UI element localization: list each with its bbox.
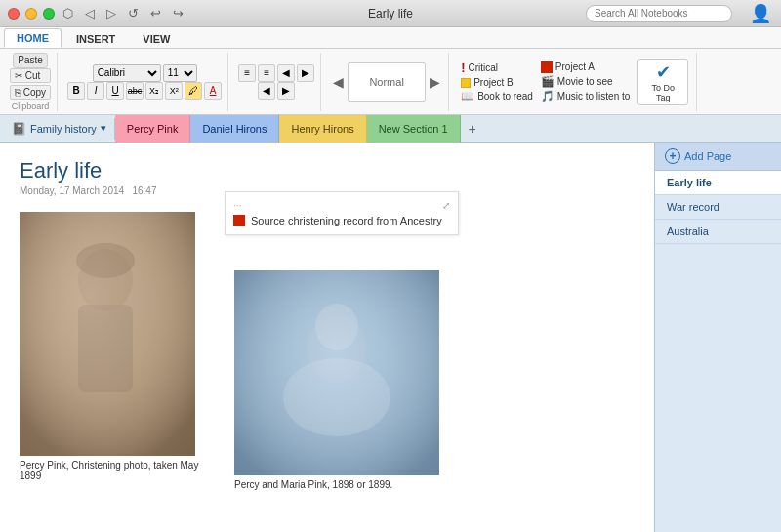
todo-label: To DoTag bbox=[652, 83, 676, 102]
book-label: Book to read bbox=[477, 91, 533, 102]
notebook-label: Family history bbox=[30, 123, 97, 135]
styles-group: ◀ Normal ▶ bbox=[325, 53, 449, 111]
note-expand-icon[interactable]: ··· bbox=[233, 200, 241, 211]
numbered-button[interactable]: ≡ bbox=[258, 64, 275, 82]
font-selects-row: Calibri 11 bbox=[93, 64, 197, 82]
svg-rect-1 bbox=[20, 212, 195, 456]
child-photo[interactable] bbox=[20, 212, 195, 456]
add-page-button[interactable]: + Add Page bbox=[655, 143, 781, 171]
cut-button[interactable]: ✂ Cut bbox=[10, 68, 51, 83]
ribbon-tab-bar: HOME INSERT VIEW bbox=[0, 27, 781, 49]
svg-rect-0 bbox=[20, 212, 195, 456]
tags-col-left: ! Critical Project B 📖 Book to read bbox=[461, 61, 533, 102]
styles-next-icon[interactable]: ▶ bbox=[428, 74, 442, 90]
tab-insert[interactable]: INSERT bbox=[63, 29, 128, 48]
tab-home[interactable]: HOME bbox=[4, 28, 62, 48]
nav-redo-icon[interactable]: ↪ bbox=[169, 6, 187, 20]
strikethrough-button[interactable]: abc bbox=[126, 82, 144, 100]
book-icon: 📖 bbox=[461, 90, 474, 102]
todo-tag-button[interactable]: ✔ To DoTag bbox=[637, 59, 688, 105]
music-icon: 🎵 bbox=[541, 90, 555, 102]
time-text: 16:47 bbox=[132, 185, 156, 196]
clipboard-group: Paste ✂ Cut ⎘ Copy Clipboard bbox=[4, 53, 58, 111]
images-area: Percy Pink, Christening photo, taken May… bbox=[20, 212, 635, 490]
font-size-select[interactable]: 11 bbox=[163, 64, 197, 82]
page-item-war-record[interactable]: War record bbox=[655, 195, 781, 220]
critical-label: Critical bbox=[468, 62, 498, 73]
nav-back-icon[interactable]: ⬡ bbox=[59, 6, 77, 20]
window-title: Early life bbox=[368, 7, 413, 20]
photo-container-baby: Percy and Maria Pink, 1898 or 1899. bbox=[234, 270, 439, 490]
tag-critical[interactable]: ! Critical bbox=[461, 61, 533, 75]
child-photo-image bbox=[20, 212, 195, 456]
bold-button[interactable]: B bbox=[67, 82, 85, 100]
nav-forward-icon[interactable]: ▷ bbox=[103, 6, 120, 20]
sidebar: + Add Page Early life War record Austral… bbox=[654, 143, 781, 532]
notebook-selector[interactable]: 📓 Family history ▾ bbox=[4, 118, 115, 140]
projecta-label: Project A bbox=[555, 61, 595, 72]
baby-photo[interactable] bbox=[234, 270, 439, 475]
user-icon[interactable]: 👤 bbox=[750, 3, 771, 24]
tag-project-a[interactable]: Project A bbox=[541, 61, 630, 73]
highlight-button[interactable]: 🖊 bbox=[185, 82, 202, 100]
font-family-select[interactable]: Calibri bbox=[93, 64, 161, 82]
content-pane: Early life Monday, 17 March 2014 16:47 ·… bbox=[0, 143, 654, 532]
notebook-chevron-icon: ▾ bbox=[101, 122, 106, 135]
font-group: Calibri 11 B I U abc X₂ X² 🖊 A bbox=[62, 53, 228, 111]
bullets-button[interactable]: ≡ bbox=[238, 64, 256, 82]
todo-check-icon: ✔ bbox=[656, 61, 671, 83]
ltr-button[interactable]: ▶ bbox=[277, 82, 295, 100]
search-bar bbox=[586, 5, 732, 22]
add-section-button[interactable]: + bbox=[461, 117, 484, 141]
page-item-australia[interactable]: Australia bbox=[655, 220, 781, 244]
section-tab-henry-hirons[interactable]: Henry Hirons bbox=[279, 115, 366, 143]
svg-point-2 bbox=[78, 249, 133, 311]
italic-button[interactable]: I bbox=[87, 82, 104, 100]
nav-undo-icon[interactable]: ↩ bbox=[146, 6, 165, 20]
font-color-button[interactable]: A bbox=[204, 82, 222, 100]
nav-back2-icon[interactable]: ◁ bbox=[81, 6, 99, 20]
tag-music[interactable]: 🎵 Music to listen to bbox=[541, 90, 630, 102]
source-text: Source christening record from Ancestry bbox=[251, 215, 442, 226]
tag-project-b[interactable]: Project B bbox=[461, 77, 533, 88]
section-tab-daniel-hirons[interactable]: Daniel Hirons bbox=[190, 115, 279, 143]
increase-indent-button[interactable]: ▶ bbox=[297, 64, 314, 82]
svg-rect-6 bbox=[234, 270, 439, 475]
nav-refresh-icon[interactable]: ↺ bbox=[124, 6, 143, 20]
underline-button[interactable]: U bbox=[106, 82, 124, 100]
note-resize-icon[interactable]: ⤢ bbox=[442, 200, 450, 211]
nav-arrows: ⬡ ◁ ▷ ↺ ↩ ↪ bbox=[59, 6, 187, 20]
styles-row: ◀ Normal ▶ bbox=[331, 62, 442, 102]
rtl-button[interactable]: ◀ bbox=[258, 82, 275, 100]
tag-book[interactable]: 📖 Book to read bbox=[461, 90, 533, 102]
tab-view[interactable]: VIEW bbox=[130, 29, 183, 48]
page-item-early-life[interactable]: Early life bbox=[655, 171, 781, 195]
movie-icon: 🎬 bbox=[541, 75, 555, 88]
clipboard-label: Clipboard bbox=[12, 102, 50, 111]
notebook-icon: 📓 bbox=[12, 122, 26, 136]
close-button[interactable] bbox=[8, 8, 20, 20]
maximize-button[interactable] bbox=[43, 8, 55, 20]
projecta-icon bbox=[541, 61, 553, 73]
tag-movie[interactable]: 🎬 Movie to see bbox=[541, 75, 630, 88]
svg-rect-3 bbox=[78, 305, 133, 392]
music-label: Music to listen to bbox=[557, 91, 630, 102]
style-selector[interactable]: Normal bbox=[348, 62, 426, 102]
subscript-button[interactable]: X₂ bbox=[145, 82, 163, 100]
svg-point-8 bbox=[315, 304, 358, 350]
ribbon: Paste ✂ Cut ⎘ Copy Clipboard Calibri 11 … bbox=[0, 49, 781, 115]
search-input[interactable] bbox=[586, 5, 732, 22]
movie-label: Movie to see bbox=[557, 76, 613, 87]
tags-col-right: Project A 🎬 Movie to see 🎵 Music to list… bbox=[541, 61, 630, 102]
note-box: ··· ⤢ Source christening record from Anc… bbox=[225, 191, 459, 235]
section-tab-new-section[interactable]: New Section 1 bbox=[367, 115, 461, 143]
paste-button[interactable]: Paste bbox=[13, 53, 48, 68]
minimize-button[interactable] bbox=[25, 8, 37, 20]
copy-button[interactable]: ⎘ Copy bbox=[10, 85, 51, 100]
svg-point-9 bbox=[283, 358, 390, 436]
superscript-button[interactable]: X² bbox=[165, 82, 183, 100]
source-dot-icon bbox=[233, 215, 245, 226]
section-tab-percy-pink[interactable]: Percy Pink bbox=[115, 115, 191, 143]
styles-prev-icon[interactable]: ◀ bbox=[331, 74, 346, 90]
decrease-indent-button[interactable]: ◀ bbox=[277, 64, 295, 82]
